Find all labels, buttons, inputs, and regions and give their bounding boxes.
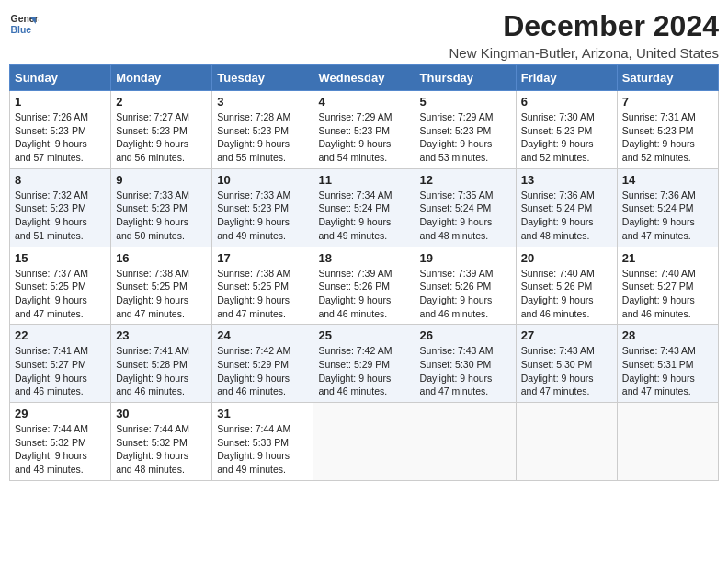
page-header: General Blue December 2024 New Kingman-B… — [9, 9, 719, 61]
day-cell: 2Sunrise: 7:27 AM Sunset: 5:23 PM Daylig… — [111, 91, 212, 169]
day-number: 16 — [116, 251, 207, 265]
weekday-header-sunday: Sunday — [10, 65, 111, 91]
day-cell: 21Sunrise: 7:40 AM Sunset: 5:27 PM Dayli… — [617, 247, 718, 325]
day-number: 12 — [420, 173, 511, 187]
day-number: 17 — [217, 251, 308, 265]
day-cell: 11Sunrise: 7:34 AM Sunset: 5:24 PM Dayli… — [313, 168, 415, 247]
day-info: Sunrise: 7:39 AM Sunset: 5:26 PM Dayligh… — [420, 267, 511, 321]
day-info: Sunrise: 7:33 AM Sunset: 5:23 PM Dayligh… — [217, 189, 308, 243]
day-cell: 22Sunrise: 7:41 AM Sunset: 5:27 PM Dayli… — [10, 325, 111, 403]
day-info: Sunrise: 7:32 AM Sunset: 5:23 PM Dayligh… — [15, 189, 106, 243]
day-info: Sunrise: 7:30 AM Sunset: 5:23 PM Dayligh… — [521, 110, 612, 165]
day-cell: 23Sunrise: 7:41 AM Sunset: 5:28 PM Dayli… — [111, 325, 212, 403]
day-cell: 1Sunrise: 7:26 AM Sunset: 5:23 PM Daylig… — [10, 91, 111, 169]
title-block: December 2024 New Kingman-Butler, Arizon… — [449, 9, 719, 61]
day-info: Sunrise: 7:40 AM Sunset: 5:27 PM Dayligh… — [622, 267, 713, 321]
day-number: 21 — [622, 251, 713, 265]
day-info: Sunrise: 7:42 AM Sunset: 5:29 PM Dayligh… — [217, 344, 308, 398]
day-cell: 10Sunrise: 7:33 AM Sunset: 5:23 PM Dayli… — [212, 168, 313, 247]
day-number: 11 — [318, 173, 409, 187]
day-info: Sunrise: 7:27 AM Sunset: 5:23 PM Dayligh… — [116, 110, 207, 165]
day-info: Sunrise: 7:37 AM Sunset: 5:25 PM Dayligh… — [15, 267, 106, 321]
day-number: 14 — [622, 173, 713, 187]
day-number: 19 — [420, 251, 511, 265]
day-number: 3 — [217, 95, 308, 109]
day-number: 6 — [521, 95, 612, 109]
day-number: 28 — [622, 328, 713, 342]
day-info: Sunrise: 7:28 AM Sunset: 5:23 PM Dayligh… — [217, 110, 308, 165]
day-info: Sunrise: 7:43 AM Sunset: 5:31 PM Dayligh… — [622, 344, 713, 398]
weekday-header-row: SundayMondayTuesdayWednesdayThursdayFrid… — [10, 65, 719, 91]
day-info: Sunrise: 7:44 AM Sunset: 5:32 PM Dayligh… — [15, 422, 106, 477]
day-number: 24 — [217, 328, 308, 342]
calendar-body: 1Sunrise: 7:26 AM Sunset: 5:23 PM Daylig… — [10, 91, 719, 481]
day-info: Sunrise: 7:26 AM Sunset: 5:23 PM Dayligh… — [15, 110, 106, 165]
day-cell: 7Sunrise: 7:31 AM Sunset: 5:23 PM Daylig… — [617, 91, 718, 169]
day-number: 30 — [116, 407, 207, 420]
weekday-header-wednesday: Wednesday — [313, 65, 415, 91]
calendar-table: SundayMondayTuesdayWednesdayThursdayFrid… — [9, 64, 719, 481]
day-info: Sunrise: 7:40 AM Sunset: 5:26 PM Dayligh… — [521, 267, 612, 321]
day-cell: 6Sunrise: 7:30 AM Sunset: 5:23 PM Daylig… — [516, 91, 617, 169]
day-info: Sunrise: 7:43 AM Sunset: 5:30 PM Dayligh… — [420, 344, 511, 398]
day-cell: 14Sunrise: 7:36 AM Sunset: 5:24 PM Dayli… — [617, 168, 718, 247]
day-info: Sunrise: 7:44 AM Sunset: 5:32 PM Dayligh… — [116, 422, 207, 477]
day-info: Sunrise: 7:36 AM Sunset: 5:24 PM Dayligh… — [622, 189, 713, 243]
day-info: Sunrise: 7:29 AM Sunset: 5:23 PM Dayligh… — [420, 110, 511, 165]
day-number: 22 — [15, 328, 106, 342]
day-cell: 9Sunrise: 7:33 AM Sunset: 5:23 PM Daylig… — [111, 168, 212, 247]
day-number: 31 — [217, 407, 308, 420]
day-info: Sunrise: 7:38 AM Sunset: 5:25 PM Dayligh… — [116, 267, 207, 321]
day-number: 10 — [217, 173, 308, 187]
week-row-4: 22Sunrise: 7:41 AM Sunset: 5:27 PM Dayli… — [10, 325, 719, 403]
day-info: Sunrise: 7:42 AM Sunset: 5:29 PM Dayligh… — [318, 344, 409, 398]
day-info: Sunrise: 7:29 AM Sunset: 5:23 PM Dayligh… — [318, 110, 409, 165]
weekday-header-saturday: Saturday — [617, 65, 718, 91]
day-cell: 30Sunrise: 7:44 AM Sunset: 5:32 PM Dayli… — [111, 403, 212, 481]
day-cell — [516, 403, 617, 481]
day-number: 26 — [420, 328, 511, 342]
day-number: 15 — [15, 251, 106, 265]
day-cell: 17Sunrise: 7:38 AM Sunset: 5:25 PM Dayli… — [212, 247, 313, 325]
day-info: Sunrise: 7:44 AM Sunset: 5:33 PM Dayligh… — [217, 422, 308, 477]
day-cell — [415, 403, 516, 481]
day-number: 18 — [318, 251, 409, 265]
day-cell: 28Sunrise: 7:43 AM Sunset: 5:31 PM Dayli… — [617, 325, 718, 403]
day-number: 13 — [521, 173, 612, 187]
day-cell: 24Sunrise: 7:42 AM Sunset: 5:29 PM Dayli… — [212, 325, 313, 403]
day-number: 5 — [420, 95, 511, 109]
day-info: Sunrise: 7:39 AM Sunset: 5:26 PM Dayligh… — [318, 267, 409, 321]
week-row-1: 1Sunrise: 7:26 AM Sunset: 5:23 PM Daylig… — [10, 91, 719, 169]
day-info: Sunrise: 7:34 AM Sunset: 5:24 PM Dayligh… — [318, 189, 409, 243]
day-number: 20 — [521, 251, 612, 265]
week-row-2: 8Sunrise: 7:32 AM Sunset: 5:23 PM Daylig… — [10, 168, 719, 247]
weekday-header-monday: Monday — [111, 65, 212, 91]
day-cell: 25Sunrise: 7:42 AM Sunset: 5:29 PM Dayli… — [313, 325, 415, 403]
day-cell — [313, 403, 415, 481]
day-cell: 29Sunrise: 7:44 AM Sunset: 5:32 PM Dayli… — [10, 403, 111, 481]
day-info: Sunrise: 7:35 AM Sunset: 5:24 PM Dayligh… — [420, 189, 511, 243]
day-number: 8 — [15, 173, 106, 187]
day-cell: 12Sunrise: 7:35 AM Sunset: 5:24 PM Dayli… — [415, 168, 516, 247]
day-cell: 18Sunrise: 7:39 AM Sunset: 5:26 PM Dayli… — [313, 247, 415, 325]
day-cell: 4Sunrise: 7:29 AM Sunset: 5:23 PM Daylig… — [313, 91, 415, 169]
day-number: 4 — [318, 95, 409, 109]
day-number: 1 — [15, 95, 106, 109]
week-row-3: 15Sunrise: 7:37 AM Sunset: 5:25 PM Dayli… — [10, 247, 719, 325]
day-cell: 19Sunrise: 7:39 AM Sunset: 5:26 PM Dayli… — [415, 247, 516, 325]
day-cell: 16Sunrise: 7:38 AM Sunset: 5:25 PM Dayli… — [111, 247, 212, 325]
day-number: 27 — [521, 328, 612, 342]
day-cell: 5Sunrise: 7:29 AM Sunset: 5:23 PM Daylig… — [415, 91, 516, 169]
day-number: 7 — [622, 95, 713, 109]
day-info: Sunrise: 7:38 AM Sunset: 5:25 PM Dayligh… — [217, 267, 308, 321]
day-number: 2 — [116, 95, 207, 109]
day-cell: 15Sunrise: 7:37 AM Sunset: 5:25 PM Dayli… — [10, 247, 111, 325]
day-cell: 20Sunrise: 7:40 AM Sunset: 5:26 PM Dayli… — [516, 247, 617, 325]
day-info: Sunrise: 7:36 AM Sunset: 5:24 PM Dayligh… — [521, 189, 612, 243]
logo-icon: General Blue — [9, 9, 39, 39]
day-cell: 3Sunrise: 7:28 AM Sunset: 5:23 PM Daylig… — [212, 91, 313, 169]
day-info: Sunrise: 7:33 AM Sunset: 5:23 PM Dayligh… — [116, 189, 207, 243]
day-number: 29 — [15, 407, 106, 420]
day-info: Sunrise: 7:31 AM Sunset: 5:23 PM Dayligh… — [622, 110, 713, 165]
day-number: 9 — [116, 173, 207, 187]
